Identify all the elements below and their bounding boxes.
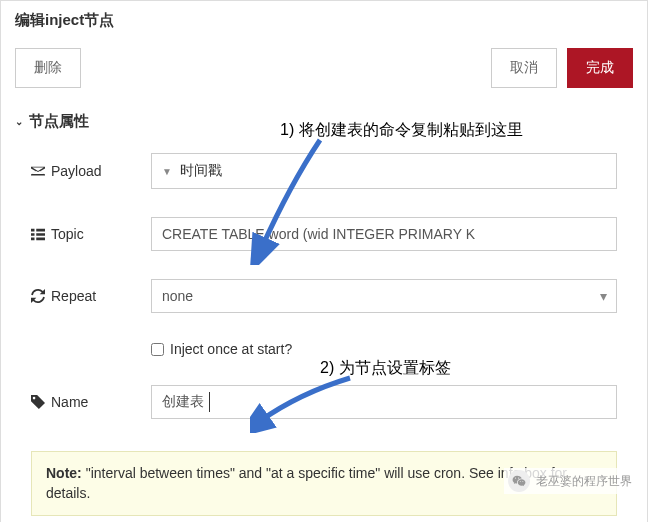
payload-label: Payload	[31, 163, 151, 179]
section-header[interactable]: ⌄ 节点属性	[1, 102, 647, 141]
inject-once-checkbox[interactable]	[151, 343, 164, 356]
name-row: Name	[31, 385, 617, 419]
note-text: "interval between times" and "at a speci…	[46, 465, 567, 501]
name-input[interactable]	[151, 385, 617, 419]
caret-down-icon: ▼	[162, 166, 172, 177]
list-icon	[31, 227, 45, 241]
tag-icon	[31, 395, 45, 409]
payload-value: 时间戳	[180, 162, 222, 180]
wechat-icon	[508, 470, 530, 492]
repeat-label: Repeat	[31, 288, 151, 304]
topic-input[interactable]	[151, 217, 617, 251]
section-title: 节点属性	[29, 112, 89, 131]
topic-row: Topic	[31, 217, 617, 251]
repeat-select[interactable]: none	[151, 279, 617, 313]
watermark: 老巫婆的程序世界	[504, 468, 636, 494]
name-label: Name	[31, 394, 151, 410]
repeat-row: Repeat none	[31, 279, 617, 313]
text-cursor	[209, 392, 210, 412]
cancel-button[interactable]: 取消	[491, 48, 557, 88]
note-bold: Note:	[46, 465, 82, 481]
envelope-icon	[31, 164, 45, 178]
inject-once-row: Inject once at start?	[151, 341, 617, 357]
chevron-down-icon: ⌄	[15, 116, 23, 127]
payload-dropdown[interactable]: ▼ 时间戳	[151, 153, 617, 189]
button-row: 删除 取消 完成	[1, 40, 647, 102]
done-button[interactable]: 完成	[567, 48, 633, 88]
watermark-text: 老巫婆的程序世界	[536, 473, 632, 490]
panel-title: 编辑inject节点	[1, 1, 647, 40]
payload-row: Payload ▼ 时间戳	[31, 153, 617, 189]
repeat-icon	[31, 289, 45, 303]
delete-button[interactable]: 删除	[15, 48, 81, 88]
inject-once-label: Inject once at start?	[170, 341, 292, 357]
topic-label: Topic	[31, 226, 151, 242]
